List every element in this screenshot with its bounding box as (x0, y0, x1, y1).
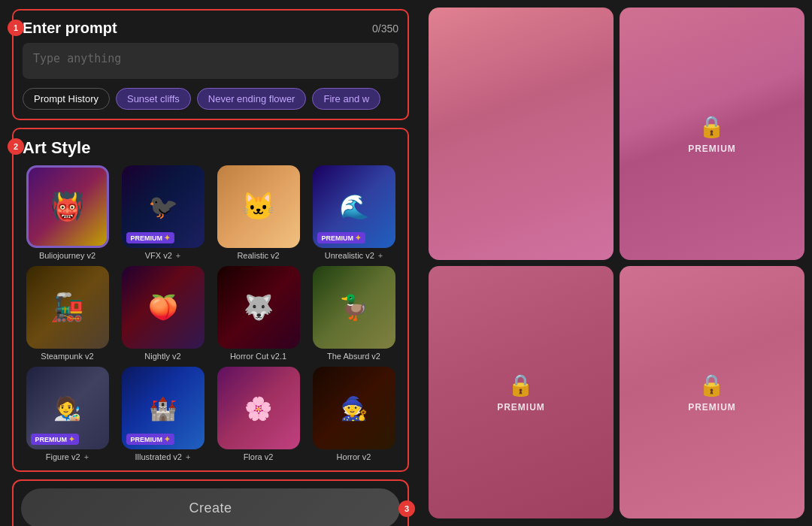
prompt-title: Enter prompt (23, 20, 117, 37)
art-section-wrapper: 2 Art Style 👹 Buliojourney v2 🐦‍⬛ (12, 128, 409, 472)
plus-icon-unrealistic: ✦ (355, 234, 361, 242)
premium-badge-unrealistic: PREMIUM ✦ (317, 232, 366, 243)
plus-icon-vfx: ✦ (164, 234, 170, 242)
art-item-illustrated[interactable]: 🏰 PREMIUM ✦ Illustrated v2 + (118, 367, 208, 461)
art-label-realistic: Realistic v2 (237, 251, 279, 260)
premium-overlay-2: 🔒 PREMIUM (688, 114, 736, 154)
prompt-section-wrapper: 1 Enter prompt 0/350 Prompt History Suns… (12, 9, 409, 120)
art-style-title: Art Style (23, 138, 398, 158)
premium-overlay-4: 🔒 PREMIUM (688, 373, 736, 413)
create-section-wrapper: 3 Create (12, 479, 409, 526)
preview-card-4: 🔒 PREMIUM (620, 266, 804, 518)
art-item-buliojourney[interactable]: 👹 Buliojourney v2 (23, 165, 112, 260)
art-label-steampunk: Steampunk v2 (41, 352, 93, 361)
art-label-vfx: VFX v2 + (145, 251, 181, 260)
art-label-nightly: Nightly v2 (144, 352, 180, 361)
right-panel: 🔒 PREMIUM 🔒 PREMIUM 🔒 PREMIUM (421, 0, 812, 526)
premium-text-3: PREMIUM (497, 402, 545, 413)
art-label-flora: Flora v2 (244, 452, 274, 461)
lock-icon-3: 🔒 (508, 373, 534, 398)
art-label-horror2: Horror v2 (337, 452, 371, 461)
art-item-horror-cut[interactable]: 🐺 Horror Cut v2.1 (214, 266, 303, 361)
art-section: Art Style 👹 Buliojourney v2 🐦‍⬛ PREMIUM (12, 128, 409, 472)
history-tags: Prompt History Sunset cliffs Never endin… (23, 88, 398, 110)
art-item-unrealistic[interactable]: 🌊 PREMIUM ✦ Unrealistic v2 + (309, 165, 398, 260)
preview-card-1 (429, 8, 614, 260)
prompt-input[interactable] (23, 43, 398, 79)
art-label-unrealistic: Unrealistic v2 + (325, 251, 383, 260)
art-item-vfx[interactable]: 🐦‍⬛ PREMIUM ✦ VFX v2 + (118, 165, 208, 260)
art-item-steampunk[interactable]: 🚂 Steampunk v2 (23, 266, 112, 361)
art-item-figure[interactable]: 🧑‍🎨 PREMIUM ✦ Figure v2 + (23, 367, 112, 461)
plus-icon-figure: ✦ (68, 435, 74, 443)
art-label-figure: Figure v2 + (46, 452, 89, 461)
preview-card-3: 🔒 PREMIUM (429, 266, 614, 518)
prompt-counter: 0/350 (372, 23, 398, 35)
create-section: Create (12, 479, 409, 526)
prompt-header: Enter prompt 0/350 (23, 20, 398, 37)
art-item-horror2[interactable]: 🧙 Horror v2 (309, 367, 398, 461)
premium-overlay-3: 🔒 PREMIUM (497, 373, 545, 413)
step2-indicator: 2 (8, 138, 24, 155)
lock-icon-4: 🔒 (698, 373, 725, 398)
art-item-nightly[interactable]: 🍑 Nightly v2 (118, 266, 208, 361)
create-button[interactable]: Create (21, 488, 400, 526)
premium-text-4: PREMIUM (688, 402, 736, 413)
tag-sunset[interactable]: Sunset cliffs (116, 88, 191, 110)
art-grid: 👹 Buliojourney v2 🐦‍⬛ PREMIUM ✦ VFX v2 + (23, 165, 398, 461)
art-item-flora[interactable]: 🌸 Flora v2 (214, 367, 303, 461)
prompt-section: Enter prompt 0/350 Prompt History Sunset… (12, 9, 409, 120)
lock-icon-2: 🔒 (698, 114, 725, 139)
plus-icon-illustrated: ✦ (164, 435, 170, 443)
tag-fire[interactable]: Fire and w (312, 88, 380, 110)
premium-badge-vfx: PREMIUM ✦ (126, 232, 175, 243)
step3-indicator: 3 (398, 500, 415, 517)
left-panel: 1 Enter prompt 0/350 Prompt History Suns… (0, 0, 421, 526)
step1-indicator: 1 (8, 20, 24, 36)
art-label-horror-cut: Horror Cut v2.1 (230, 352, 286, 361)
preview-card-2: 🔒 PREMIUM (620, 8, 804, 260)
art-item-realistic[interactable]: 🐱 Realistic v2 (214, 165, 303, 260)
art-label-buliojourney: Buliojourney v2 (39, 251, 95, 260)
premium-badge-illustrated: PREMIUM ✦ (126, 434, 175, 445)
prompt-history-button[interactable]: Prompt History (23, 88, 110, 110)
premium-text-2: PREMIUM (688, 144, 736, 154)
tag-flower[interactable]: Never ending flower (197, 88, 307, 110)
art-item-absurd[interactable]: 🦆 The Absurd v2 (309, 266, 398, 361)
art-label-absurd: The Absurd v2 (327, 352, 380, 361)
premium-badge-figure: PREMIUM ✦ (31, 434, 80, 445)
art-label-illustrated: Illustrated v2 + (135, 452, 191, 461)
